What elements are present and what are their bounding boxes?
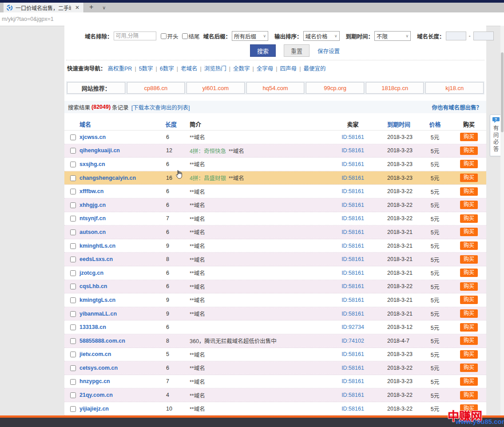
seller-link[interactable]: ID:58161 xyxy=(341,161,364,167)
recommend-site-link[interactable]: kj18.cn xyxy=(445,85,464,91)
quick-nav-link[interactable]: 老域名 xyxy=(181,66,198,72)
tab-close-icon[interactable]: ✕ xyxy=(74,4,81,11)
domain-link[interactable]: cqsLhb.cn xyxy=(79,283,107,289)
seller-link[interactable]: ID:58161 xyxy=(341,297,364,303)
buy-button[interactable]: 购买 xyxy=(460,350,478,359)
seller-link[interactable]: ID:58161 xyxy=(341,229,364,235)
row-checkbox[interactable] xyxy=(70,392,76,398)
domain-link[interactable]: xfffbw.cn xyxy=(79,188,103,194)
scrollbar-thumb[interactable] xyxy=(501,52,504,132)
download-list-link[interactable]: [下载本次查询出的列表] xyxy=(131,103,190,111)
seller-link[interactable]: ID:58161 xyxy=(341,188,364,194)
sort-select[interactable]: 域名价格 ∨ xyxy=(303,31,340,41)
table-row[interactable]: sxsjhg.cn 6 **域名 ID:58161 2018-3-23 5元 购… xyxy=(64,158,486,171)
domain-link[interactable]: qihengkuaiji.cn xyxy=(79,147,120,154)
row-checkbox[interactable] xyxy=(70,406,76,412)
table-row[interactable]: jietv.com.cn 5 **域名 ID:58161 2018-3-23 5… xyxy=(64,348,486,362)
buy-button[interactable]: 购买 xyxy=(460,214,478,223)
table-row[interactable]: yijiajiejz.cn 10 **域名 ID:58161 2018-3-22… xyxy=(64,402,486,416)
help-widget[interactable]: ? 有问必答 xyxy=(490,115,501,156)
domain-link[interactable]: cetsys.com.cn xyxy=(79,365,118,371)
row-checkbox[interactable] xyxy=(70,229,76,235)
buy-button[interactable]: 购买 xyxy=(460,377,478,386)
quick-nav-link[interactable]: 四声母 xyxy=(280,66,297,72)
domain-link[interactable]: xhhgjg.cn xyxy=(79,202,106,208)
domain-link[interactable]: autson.cn xyxy=(79,229,106,235)
recommend-site-link[interactable]: cp886.cn xyxy=(144,85,167,91)
seller-link[interactable]: ID:58161 xyxy=(341,365,364,371)
table-row[interactable]: xjcwss.cn 6 **域名 ID:58161 2018-3-23 5元 购… xyxy=(64,130,486,144)
table-row[interactable]: yibanmaLL.cn 9 **域名 ID:58161 2018-3-21 5… xyxy=(64,307,486,321)
buy-button[interactable]: 购买 xyxy=(460,187,478,196)
row-checkbox[interactable] xyxy=(70,352,76,357)
row-checkbox[interactable] xyxy=(70,148,76,154)
table-row[interactable]: autson.cn 6 **域名 ID:58161 2018-3-21 5元 购… xyxy=(64,225,486,239)
seller-link[interactable]: ID:58161 xyxy=(341,215,364,221)
seller-link[interactable]: ID:58161 xyxy=(341,175,364,181)
suffix-checkbox[interactable]: 结尾 xyxy=(182,32,200,40)
table-row[interactable]: 58855888.com.cn 8 360，腾讯无拦截域名超低价出售中 ID:7… xyxy=(64,334,486,348)
row-checkbox[interactable] xyxy=(70,324,76,330)
buy-button[interactable]: 购买 xyxy=(460,228,478,236)
seller-link[interactable]: ID:58161 xyxy=(341,243,364,249)
domain-link[interactable]: changshengcaiyin.cn xyxy=(79,175,136,181)
header-length[interactable]: 长度 xyxy=(165,120,190,128)
suffix-checkbox-input[interactable] xyxy=(182,33,188,39)
seller-link[interactable]: ID:58161 xyxy=(341,270,364,276)
seller-link[interactable]: ID:58161 xyxy=(341,134,364,140)
quick-nav-link[interactable]: 最便宜的 xyxy=(303,66,325,72)
quick-nav-link[interactable]: 5数字 xyxy=(139,66,153,72)
domain-link[interactable]: ntsynjf.cn xyxy=(79,215,106,221)
table-row[interactable]: xfffbw.cn 6 **域名 ID:58161 2018-3-22 5元 购… xyxy=(64,185,486,198)
reset-button[interactable]: 重置 xyxy=(284,44,310,57)
seller-link[interactable]: ID:58161 xyxy=(341,256,364,262)
row-checkbox[interactable] xyxy=(70,270,76,276)
buy-button[interactable]: 购买 xyxy=(460,336,478,345)
buy-button[interactable]: 购买 xyxy=(460,146,478,155)
table-row[interactable]: 21qy.com.cn 4 **域名 ID:58161 2018-3-22 5元… xyxy=(64,388,486,402)
seller-link[interactable]: ID:58161 xyxy=(341,406,364,412)
buy-button[interactable]: 购买 xyxy=(460,241,478,250)
search-button[interactable]: 搜索 xyxy=(250,44,276,57)
recommend-site-link[interactable]: 99cp.org xyxy=(324,85,346,91)
recommend-site-link[interactable]: hq54.com xyxy=(262,85,288,91)
domain-link[interactable]: sxsjhg.cn xyxy=(79,161,105,167)
exclude-input[interactable] xyxy=(114,32,156,40)
buy-button[interactable]: 购买 xyxy=(460,364,478,372)
recommend-site-link[interactable]: 1818cp.cn xyxy=(381,85,408,91)
buy-button[interactable]: 购买 xyxy=(460,323,478,332)
buy-button[interactable]: 购买 xyxy=(460,309,478,318)
buy-button[interactable]: 购买 xyxy=(460,174,478,182)
quick-nav-link[interactable]: 6数字 xyxy=(160,66,174,72)
seller-link[interactable]: ID:92734 xyxy=(341,324,364,330)
domain-link[interactable]: jietv.com.cn xyxy=(79,351,111,357)
sell-domain-link[interactable]: 你也有域名想出售？ xyxy=(432,103,482,111)
length-max-input[interactable] xyxy=(473,32,494,40)
domain-link[interactable]: yibanmaLL.cn xyxy=(79,311,117,317)
domain-link[interactable]: 21qy.com.cn xyxy=(79,392,113,398)
header-expiry[interactable]: 到期时间 xyxy=(374,120,418,128)
quick-nav-link[interactable]: 全字母 xyxy=(257,66,274,72)
seller-link[interactable]: ID:58161 xyxy=(341,351,364,357)
row-checkbox[interactable] xyxy=(70,297,76,303)
prefix-checkbox-input[interactable] xyxy=(161,33,167,39)
row-checkbox[interactable] xyxy=(70,134,76,140)
domain-link[interactable]: kminghtLs.cn xyxy=(79,243,115,249)
row-checkbox[interactable] xyxy=(70,202,76,208)
seller-link[interactable]: ID:58161 xyxy=(341,311,364,317)
table-row[interactable]: qihengkuaiji.cn 12 4拼：奇恒快急**域名 ID:58161 … xyxy=(64,144,486,158)
row-checkbox[interactable] xyxy=(70,338,76,344)
row-checkbox[interactable] xyxy=(70,189,76,194)
buy-button[interactable]: 购买 xyxy=(460,201,478,209)
tabs-menu-chevron-icon[interactable]: ∨ xyxy=(99,3,109,12)
row-checkbox[interactable] xyxy=(70,175,76,181)
quick-nav-link[interactable]: 全数字 xyxy=(233,66,250,72)
row-checkbox[interactable] xyxy=(70,162,76,167)
table-row[interactable]: jzotcg.cn 6 **域名 ID:58161 2018-3-21 5元 购… xyxy=(64,266,486,280)
domain-link[interactable]: xjcwss.cn xyxy=(79,134,106,140)
url-bar[interactable]: m/ykj/?tao=0&jgpx=1 xyxy=(0,12,504,26)
header-price[interactable]: 价格 xyxy=(418,120,452,128)
table-row[interactable]: eedsLsxs.cn 8 **域名 ID:58161 2018-3-21 5元… xyxy=(64,253,486,266)
table-row[interactable]: kmingtgLs.cn 9 **域名 ID:58161 2018-3-21 5… xyxy=(64,293,486,307)
browser-tab[interactable]: 一口价域名出售，二手域名 ✕ xyxy=(4,3,84,12)
